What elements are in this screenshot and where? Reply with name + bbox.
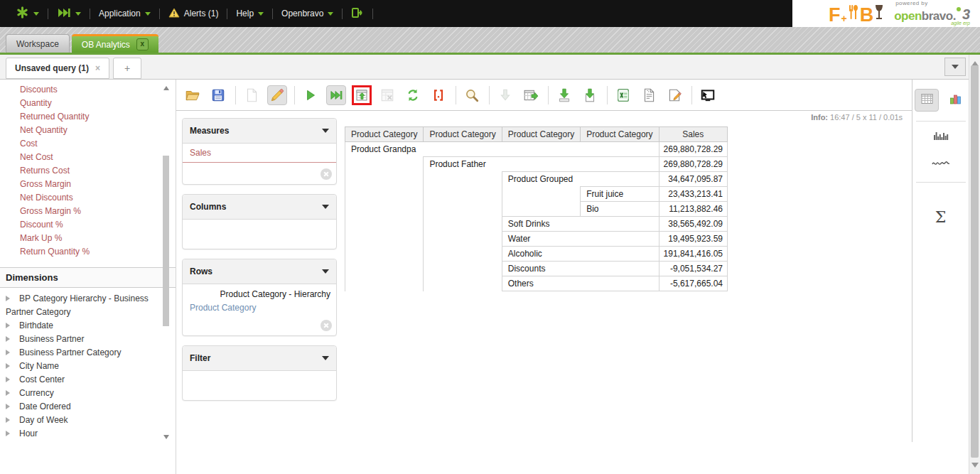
- table-view-button[interactable]: [915, 89, 939, 112]
- logout-button[interactable]: [344, 7, 371, 21]
- sidebar-scrollbar[interactable]: [163, 83, 169, 442]
- rows-panel-header[interactable]: Rows: [183, 259, 336, 284]
- sidebar-measure-item[interactable]: Net Discounts: [0, 191, 176, 205]
- screenshot-icon[interactable]: [698, 85, 718, 105]
- help-menu[interactable]: Help: [229, 9, 271, 18]
- pivot-value-cell[interactable]: 38,565,492.09: [659, 217, 727, 232]
- sidebar-measure-item[interactable]: Gross Margin: [0, 178, 176, 191]
- pivot-value-cell[interactable]: 191,841,416.05: [659, 247, 727, 262]
- pivot-row-header[interactable]: Product Category: [424, 127, 502, 142]
- pivot-member-cell[interactable]: Alcoholic: [502, 247, 659, 262]
- sidebar-measure-item[interactable]: Return Quantity %: [0, 245, 176, 259]
- pivot-member-cell[interactable]: Product Grandpa: [345, 142, 659, 157]
- expand-arrow-icon[interactable]: [6, 417, 13, 423]
- tab-workspace[interactable]: Workspace: [6, 34, 70, 53]
- expand-arrow-icon[interactable]: [6, 390, 13, 396]
- expand-arrow-icon[interactable]: [6, 350, 13, 355]
- pivot-member-cell[interactable]: Water: [502, 232, 659, 247]
- pivot-member-cell[interactable]: Others: [502, 276, 659, 291]
- measures-panel-header[interactable]: Measures: [183, 119, 336, 144]
- query-tab-unsaved[interactable]: Unsaved query (1) ×: [6, 58, 109, 79]
- expand-arrow-icon[interactable]: [6, 336, 13, 342]
- openbravo-menu[interactable]: Openbravo: [274, 9, 340, 18]
- sidebar-measure-item[interactable]: Cost: [0, 137, 176, 151]
- rows-chip-product-category[interactable]: Product Category: [183, 301, 336, 314]
- chart-view-button[interactable]: [944, 90, 966, 111]
- tab-ob-analytics[interactable]: OB Analytics x: [72, 34, 158, 53]
- pivot-member-cell[interactable]: Product Grouped: [502, 172, 659, 187]
- pivot-measure-header[interactable]: Sales: [659, 127, 727, 142]
- sidebar-dimension-item[interactable]: Currency: [6, 387, 170, 400]
- query-list-dropdown-button[interactable]: [944, 58, 966, 76]
- new-query-tab-button[interactable]: +: [113, 58, 141, 79]
- open-query-icon[interactable]: [183, 85, 203, 105]
- expand-arrow-icon[interactable]: [6, 377, 13, 382]
- workspace-menu-button[interactable]: [9, 6, 46, 21]
- run-query-icon[interactable]: [301, 85, 321, 105]
- save-query-icon[interactable]: [208, 85, 228, 105]
- edit-query-icon[interactable]: [267, 85, 287, 105]
- sidebar-dimension-item[interactable]: Business Partner: [6, 333, 170, 346]
- edit-report-icon[interactable]: [664, 85, 684, 105]
- page-scrollbar[interactable]: [969, 55, 980, 474]
- pivot-value-cell[interactable]: 34,647,095.87: [659, 172, 727, 187]
- pivot-row-header[interactable]: Product Category: [502, 127, 580, 142]
- remove-drop-icon[interactable]: [321, 168, 332, 180]
- pivot-value-cell[interactable]: 23,433,213.41: [659, 187, 727, 202]
- close-tab-icon[interactable]: x: [136, 38, 149, 50]
- sidebar-measure-item[interactable]: Net Cost: [0, 151, 176, 164]
- sidebar-dimension-item[interactable]: Business Partner Category: [6, 346, 170, 360]
- swap-axes-icon[interactable]: [403, 85, 423, 105]
- sidebar-dimension-item[interactable]: City Name: [6, 360, 170, 373]
- mdx-icon[interactable]: [429, 85, 448, 105]
- sidebar-dimension-item[interactable]: Day of Week: [6, 414, 170, 427]
- sidebar-dimension-item[interactable]: Hour: [6, 427, 170, 441]
- sparkline-button[interactable]: [930, 156, 952, 173]
- export-pdf-icon[interactable]: [639, 85, 659, 105]
- sidebar-measure-item[interactable]: Mark Up %: [0, 232, 176, 245]
- sidebar-dimension-item[interactable]: Date Ordered: [6, 400, 170, 414]
- expand-arrow-icon[interactable]: [6, 431, 13, 436]
- measure-chip-sales[interactable]: Sales: [183, 144, 336, 163]
- sidebar-measure-item[interactable]: Quantity: [0, 97, 176, 110]
- expand-arrow-icon[interactable]: [6, 296, 13, 301]
- quick-launch-menu-button[interactable]: [50, 7, 88, 21]
- filter-panel-header[interactable]: Filter: [183, 346, 336, 371]
- pivot-value-cell[interactable]: 269,880,728.29: [659, 157, 727, 172]
- scrollbar-thumb[interactable]: [971, 65, 979, 458]
- remove-drop-icon[interactable]: [321, 320, 332, 331]
- sidebar-measure-item[interactable]: Gross Margin %: [0, 205, 176, 218]
- sidebar-dimension-item[interactable]: Birthdate: [6, 319, 170, 333]
- pivot-member-cell[interactable]: Soft Drinks: [502, 217, 659, 232]
- expand-arrow-icon[interactable]: [6, 323, 13, 328]
- pivot-member-cell[interactable]: Product Father: [424, 157, 659, 172]
- pivot-row-header[interactable]: Product Category: [581, 127, 659, 142]
- scrollbar-thumb[interactable]: [163, 156, 169, 326]
- pivot-member-cell[interactable]: Fruit juice: [581, 187, 659, 202]
- totals-button[interactable]: Σ: [935, 208, 947, 226]
- export-query-icon[interactable]: [580, 85, 600, 105]
- expand-arrow-icon[interactable]: [6, 363, 13, 369]
- export-excel-icon[interactable]: [613, 85, 633, 105]
- rows-hierarchy-label[interactable]: Product Category - Hierarchy: [183, 284, 336, 301]
- pivot-row-header[interactable]: Product Category: [345, 127, 424, 142]
- alerts-menu[interactable]: Alerts (1): [161, 8, 226, 20]
- columns-panel-header[interactable]: Columns: [183, 195, 336, 220]
- histogram-button[interactable]: [932, 129, 950, 146]
- sidebar-measure-item[interactable]: Discount %: [0, 218, 176, 232]
- zoom-icon[interactable]: [462, 85, 482, 105]
- pivot-value-cell[interactable]: -5,617,665.04: [659, 276, 727, 291]
- close-query-icon[interactable]: ×: [95, 63, 100, 73]
- expand-arrow-icon[interactable]: [6, 404, 13, 409]
- pivot-value-cell[interactable]: -9,051,534.27: [659, 262, 727, 276]
- export-csv-icon[interactable]: [554, 85, 574, 105]
- scroll-down-icon[interactable]: [971, 463, 979, 471]
- pivot-value-cell[interactable]: 269,880,728.29: [659, 142, 727, 157]
- sidebar-measure-item[interactable]: Returned Quantity: [0, 110, 176, 124]
- sidebar-measure-item[interactable]: Returns Cost: [0, 164, 176, 178]
- sidebar-dimension-item[interactable]: Cost Center: [6, 373, 170, 387]
- sidebar-measure-item[interactable]: Net Quantity: [0, 124, 176, 137]
- scroll-up-icon[interactable]: [163, 83, 169, 90]
- pivot-value-cell[interactable]: 19,495,923.59: [659, 232, 727, 247]
- hide-parents-icon[interactable]: [352, 85, 372, 105]
